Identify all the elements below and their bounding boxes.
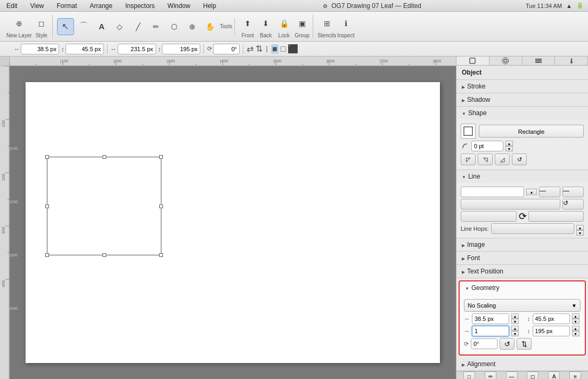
scaling-dropdown[interactable]: No Scaling ▼ [464, 299, 581, 312]
toolbar-draw[interactable]: ✏ [148, 18, 165, 35]
menu-arrange[interactable]: Arrange [88, 2, 115, 10]
line-hops-dropdown[interactable] [491, 223, 574, 234]
toolbar-select[interactable]: ↖ [57, 18, 74, 35]
line-end-left[interactable]: — [539, 187, 560, 197]
line-header[interactable]: Line [456, 170, 588, 183]
line-routing[interactable]: ↺ [562, 199, 584, 209]
fill-color-btn[interactable]: ■ [271, 44, 279, 54]
toolbar-lasso[interactable]: ⌒ [75, 18, 92, 35]
handle-top-right[interactable] [159, 155, 163, 159]
y-pos-input[interactable] [533, 326, 570, 336]
line-type-dropdown[interactable] [461, 199, 560, 209]
geometry-header[interactable]: Geometry [460, 281, 585, 294]
distribute-h-btn[interactable]: ⫶ [265, 44, 269, 54]
line-style-sample[interactable] [461, 187, 524, 197]
rotate-cw-btn[interactable]: ↺ [500, 338, 514, 350]
menu-window[interactable]: Window [166, 2, 193, 10]
width-input[interactable] [472, 313, 509, 324]
toolbar-lock[interactable]: 🔒 Lock [275, 15, 292, 38]
panel-bottom-btn-6[interactable]: ≡ [569, 372, 581, 379]
toolbar-inspect[interactable]: ℹ Inspect [337, 15, 354, 38]
shape-name-button[interactable]: Rectangle [479, 125, 584, 138]
h-input[interactable] [162, 44, 200, 54]
rotation-input[interactable] [471, 338, 497, 349]
image-header[interactable]: Image [456, 238, 588, 251]
panel-bottom-btn-3[interactable]: — [506, 372, 518, 379]
shadow-header[interactable]: Shadow [456, 93, 588, 106]
drawing-canvas[interactable]: |100 |200 |300 |400 [10, 66, 456, 379]
width-up[interactable]: ▲ [511, 313, 519, 319]
height-input[interactable] [533, 313, 570, 324]
toolbar-style[interactable]: ◻ Style [33, 15, 50, 38]
toolbar-front[interactable]: ⬆ Front [239, 15, 256, 38]
toolbar-group[interactable]: ▣ Group [293, 15, 311, 38]
toolbar-shape[interactable]: ◇ [111, 18, 128, 35]
x-down[interactable]: ▼ [511, 331, 519, 336]
flip-h-btn[interactable]: ⇄ [247, 44, 254, 54]
font-header[interactable]: Font [456, 252, 588, 264]
corner-br-btn[interactable]: ◿ [495, 154, 510, 165]
handle-top-center[interactable] [102, 155, 106, 159]
tab-inspector[interactable] [456, 57, 489, 65]
toolbar-zoom[interactable]: ⊕ [184, 18, 201, 35]
tab-settings[interactable] [489, 57, 522, 65]
text-position-header[interactable]: Text Position [456, 265, 588, 278]
panel-bottom-btn-4[interactable]: ◻ [527, 372, 538, 379]
toolbar-connect[interactable]: ⬡ [166, 18, 183, 35]
toolbar-back[interactable]: ⬇ Back [257, 15, 274, 38]
toolbar-new-layer[interactable]: ⊕ New Layer [6, 15, 32, 38]
w-input[interactable] [118, 44, 156, 54]
stroke-color-btn[interactable]: □ [281, 44, 286, 54]
menu-format[interactable]: Format [54, 2, 79, 10]
panel-bottom-btn-2[interactable]: ✏ [485, 372, 496, 379]
shadow-btn[interactable]: ⬛ [288, 44, 298, 54]
height-down[interactable]: ▼ [572, 319, 579, 324]
menu-view[interactable]: View [28, 2, 46, 10]
handle-mid-left[interactable] [45, 204, 49, 208]
corner-radius-up[interactable]: ▲ [505, 141, 513, 146]
width-down[interactable]: ▼ [511, 319, 519, 324]
corner-radius-input[interactable] [471, 141, 503, 151]
tab-info[interactable] [555, 57, 588, 65]
flip-v-btn[interactable]: ⇅ [256, 44, 263, 54]
line-dash-dropdown[interactable] [461, 211, 517, 222]
corner-tr-btn[interactable]: ◹ [478, 154, 493, 165]
toolbar-line[interactable]: ╱ [129, 18, 146, 35]
angle-input[interactable] [213, 44, 240, 54]
tab-layers[interactable] [522, 57, 556, 65]
selected-shape[interactable] [47, 157, 161, 255]
x-pos-input[interactable] [472, 326, 509, 336]
handle-bottom-center[interactable] [102, 253, 106, 257]
handle-mid-right[interactable] [159, 204, 163, 208]
x-up[interactable]: ▲ [511, 326, 519, 331]
handle-top-left[interactable] [45, 155, 49, 159]
panel-bottom-btn-1[interactable]: □ [463, 372, 475, 379]
y-input[interactable] [66, 44, 104, 54]
corner-tl-btn[interactable]: ◸ [461, 154, 476, 165]
stroke-header[interactable]: Stroke [456, 80, 588, 93]
line-hops-up[interactable]: ▲ [576, 225, 584, 230]
line-style-stepper-up[interactable]: ▲ [526, 189, 537, 195]
alignment-header[interactable]: Alignment [456, 358, 588, 370]
x-input[interactable] [21, 44, 59, 54]
handle-bottom-right[interactable] [159, 253, 163, 257]
panel-bottom-btn-5[interactable]: A [548, 372, 560, 379]
y-up[interactable]: ▲ [572, 326, 579, 331]
flip-btn[interactable]: ⇅ [517, 338, 532, 350]
toolbar-stencils[interactable]: ⊞ Stencils [317, 15, 336, 38]
y-down[interactable]: ▼ [572, 331, 579, 336]
toolbar-hand[interactable]: ✋ [202, 18, 219, 35]
handle-bottom-left[interactable] [45, 253, 49, 257]
line-end-right[interactable]: — [562, 187, 584, 197]
line-hops-down[interactable]: ▼ [576, 230, 584, 236]
line-end-dropdown[interactable] [528, 211, 584, 222]
height-up[interactable]: ▲ [572, 313, 579, 319]
menu-help[interactable]: Help [201, 2, 218, 10]
shape-header[interactable]: Shape [456, 107, 588, 119]
corner-refresh-btn[interactable]: ↺ [512, 154, 527, 165]
menu-inspectors[interactable]: Inspectors [123, 2, 157, 10]
menu-edit[interactable]: Edit [4, 2, 20, 10]
toolbar-text[interactable]: A [93, 18, 110, 35]
corner-radius-down[interactable]: ▼ [505, 146, 513, 151]
window-title: ⚙ OG7 Drawing 07 Leaf — Edited [218, 2, 526, 10]
